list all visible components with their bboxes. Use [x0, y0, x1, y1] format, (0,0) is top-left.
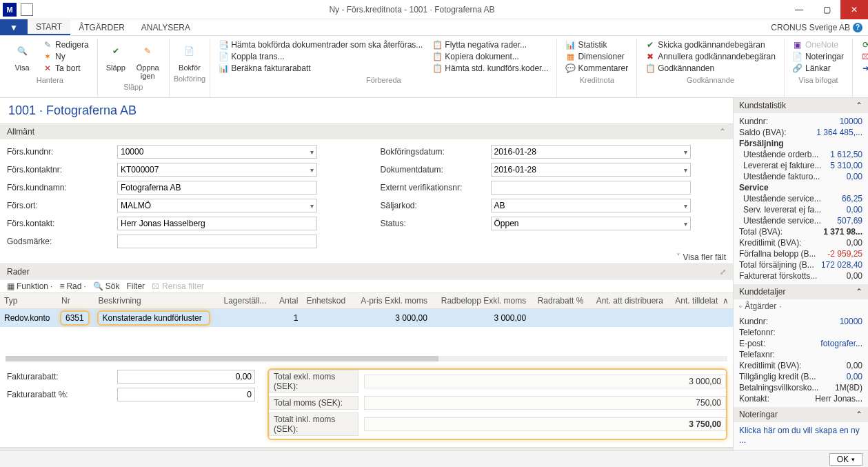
lines-toolbar: ▦ Funktion · ≡ Rad · 🔍 Sök Filter ⛝ Rens…	[0, 279, 733, 292]
col-typ[interactable]: Typ	[0, 293, 57, 309]
atgarder-menu[interactable]: ◦ Åtgärder ·	[734, 299, 868, 313]
oppna-igen-button[interactable]: ✎ Öppna igen	[131, 39, 165, 81]
dropdown-icon[interactable]: ▾	[310, 202, 314, 210]
dimensioner-button[interactable]: ▦Dimensioner	[563, 51, 631, 62]
lines-scrollbar[interactable]	[6, 356, 727, 361]
slapp-button[interactable]: ✔ Släpp	[102, 39, 130, 73]
saljarkod-input[interactable]: AB▾	[491, 199, 691, 212]
kopiera-dokument-button[interactable]: 📋Kopiera dokument...	[430, 51, 551, 62]
col-enhetskod[interactable]: Enhetskod	[302, 293, 352, 309]
rad-menu[interactable]: ≡ Rad ·	[59, 281, 85, 291]
kundnr-label: Förs.kundnr:	[7, 147, 117, 157]
col-tilldelat[interactable]: Ant. tilldelat ∧	[667, 293, 733, 309]
dropdown-icon[interactable]: ▾	[684, 148, 687, 156]
minimize-button[interactable]: —	[785, 0, 813, 19]
hamta-std-button[interactable]: 📋Hämta std. kundförs.koder...	[430, 63, 551, 74]
kundstatistik-header[interactable]: Kundstatistik⌃	[734, 98, 868, 113]
ok-button[interactable]: OK ▾	[829, 453, 862, 466]
kundnamn-input[interactable]: Fotograferna AB	[117, 181, 317, 195]
total-excl-label: Total exkl. moms (SEK):	[269, 370, 359, 393]
ga-till-button[interactable]: ➔Gå till	[858, 63, 868, 74]
tabort-button[interactable]: ✕Ta bort	[40, 63, 92, 74]
tab-atgarder[interactable]: ÅTGÄRDER	[70, 19, 133, 35]
dropdown-icon[interactable]: ▾	[684, 220, 687, 228]
externt-input[interactable]	[491, 181, 691, 195]
bokdatum-input[interactable]: 2016-01-28▾	[491, 145, 691, 159]
flytta-negativa-button[interactable]: 📋Flytta negativa rader...	[430, 39, 551, 50]
col-beskrivning[interactable]: Beskrivning	[94, 293, 220, 309]
status-input[interactable]: Öppen▾	[491, 217, 691, 230]
delete-icon: ✕	[43, 63, 52, 73]
rp-kundnr[interactable]: 10000	[840, 117, 862, 126]
uppdatera-button[interactable]: ⟳Uppdatera	[858, 39, 868, 50]
kundnr-input[interactable]: 10000▾	[117, 145, 317, 159]
noteringar-header[interactable]: Noteringar⌃	[734, 407, 868, 422]
col-antatt[interactable]: Ant. att distribuera	[587, 293, 667, 309]
hamta-bokforda-button[interactable]: 📑Hämta bokförda dokumentrader som ska åt…	[216, 39, 425, 50]
filter-menu[interactable]: Filter	[126, 281, 145, 291]
godsmarke-input[interactable]	[117, 235, 317, 248]
help-icon[interactable]: ?	[853, 23, 862, 32]
fakturarabatt-pct-input[interactable]: 0	[117, 388, 255, 401]
tab-start[interactable]: START	[28, 19, 70, 35]
maximize-button[interactable]: ▢	[813, 0, 840, 19]
hantera-group-label: Hantera	[7, 74, 93, 87]
sok-menu[interactable]: 🔍 Sök	[93, 281, 120, 291]
redigera-button[interactable]: ✎Redigera	[40, 39, 92, 50]
kreditnota-group-label: Kreditnota	[561, 74, 632, 87]
funktion-menu[interactable]: ▦ Funktion ·	[7, 281, 52, 291]
stats-icon: 📊	[565, 40, 575, 50]
post-icon: 📄	[179, 40, 201, 62]
col-nr[interactable]: Nr	[57, 293, 94, 309]
close-button[interactable]: ✕	[840, 0, 868, 19]
nr-cell[interactable]: 6351	[61, 312, 88, 324]
footer: OK ▾	[0, 450, 868, 467]
clear-filter-icon: ⛝	[861, 52, 868, 61]
bokfor-button[interactable]: 📄 Bokför	[174, 39, 205, 73]
ny-button[interactable]: ✶Ny	[40, 51, 92, 62]
lankar-button[interactable]: 🔗Länkar	[790, 63, 847, 74]
expand-icon[interactable]: ⤢	[720, 268, 726, 277]
fasttab-fakturering[interactable]: Fakturering 10000 1M(8D) 2016-01-28 ˅	[0, 447, 733, 450]
godkannanden-button[interactable]: 📋Godkännanden	[643, 63, 778, 74]
dokdatum-input[interactable]: 2016-01-28▾	[491, 163, 691, 177]
fasttab-allmant-header[interactable]: Allmänt ⌃	[0, 123, 733, 139]
koppla-trans-button[interactable]: 📄Koppla trans...	[216, 51, 425, 62]
kontakt-input[interactable]: Herr Jonas Hasselberg	[117, 217, 317, 230]
col-lagerstall[interactable]: Lagerställ...	[219, 293, 273, 309]
col-apris[interactable]: A-pris Exkl. moms	[352, 293, 432, 309]
skicka-godkannande-button[interactable]: ✔Skicka godkännandebegäran	[643, 39, 778, 50]
visa-button[interactable]: 🔍 Visa	[7, 39, 37, 73]
dropdown-icon[interactable]: ▾	[310, 166, 314, 174]
col-radrabatt[interactable]: Radrabatt %	[530, 293, 587, 309]
besk-cell[interactable]: Konstaterade kundförluster	[99, 312, 209, 324]
links-icon: 🔗	[793, 63, 803, 73]
table-row[interactable]: Redov.konto 6351 Konstaterade kundförlus…	[0, 309, 733, 328]
forbereda-group-label: Förbereda	[214, 74, 552, 87]
col-antal[interactable]: Antal	[274, 293, 303, 309]
rensa-filter-button[interactable]: ⛝Rensa filter	[858, 51, 868, 62]
fasttab-rader-header[interactable]: Rader ⤢	[0, 264, 733, 279]
show-more-fields[interactable]: ˅ Visa fler fält	[0, 251, 733, 264]
rensa-filter-menu[interactable]: ⛝ Rensa filter	[152, 281, 204, 291]
berakna-rabatt-button[interactable]: 📊Beräkna fakturarabatt	[216, 63, 425, 74]
page-icon	[21, 3, 33, 16]
kontaktnr-input[interactable]: KT000007▾	[117, 163, 317, 177]
ort-input[interactable]: MALMÖ▾	[117, 199, 317, 212]
col-radbelopp[interactable]: Radbelopp Exkl. moms	[432, 293, 530, 309]
tab-analysera[interactable]: ANALYSERA	[133, 19, 199, 35]
annullera-godkannande-button[interactable]: ✖Annullera godkännandebegäran	[643, 51, 778, 62]
dropdown-icon[interactable]: ▾	[310, 148, 314, 156]
page-title: 1001 · Fotograferna AB	[0, 98, 733, 123]
file-tab[interactable]: ▼	[0, 19, 28, 35]
fakturarabatt-input[interactable]: 0,00	[117, 370, 255, 384]
statistik-button[interactable]: 📊Statistik	[563, 39, 631, 50]
rp-saldo[interactable]: 1 364 485,...	[816, 128, 862, 137]
onenote-button[interactable]: ▣OneNote	[790, 39, 847, 50]
dropdown-icon[interactable]: ▾	[684, 166, 687, 174]
kunddetaljer-header[interactable]: Kunddetaljer⌃	[734, 284, 868, 299]
new-note-link[interactable]: Klicka här om du vill skapa en ny ...	[739, 426, 862, 445]
noteringar-button[interactable]: 📄Noteringar	[790, 51, 847, 62]
dropdown-icon[interactable]: ▾	[684, 202, 687, 210]
kommentarer-button[interactable]: 💬Kommentarer	[563, 63, 631, 74]
